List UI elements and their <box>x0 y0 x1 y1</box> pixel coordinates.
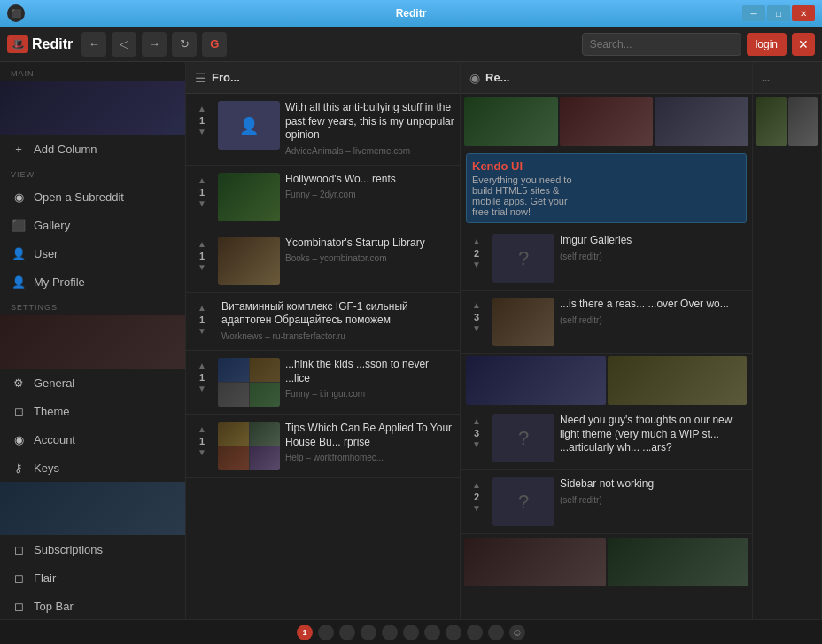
tab-10[interactable] <box>488 625 504 640</box>
post-title[interactable]: Imgur Galleries <box>560 234 747 248</box>
sidebar-item-account[interactable]: ◉ Account <box>0 425 185 454</box>
downvote-button[interactable]: ▼ <box>198 126 206 138</box>
back-button[interactable]: ← <box>81 32 106 57</box>
sidebar-item-subscriptions[interactable]: ◻ Subscriptions <box>0 535 185 563</box>
sidebar-label-user: User <box>34 247 58 260</box>
minimize-button[interactable]: ─ <box>742 5 765 21</box>
sidebar-item-top-bar[interactable]: ◻ Top Bar <box>0 592 185 619</box>
gallery-icon: ⬛ <box>11 217 27 233</box>
post-content: ...hink the kids ...sson to never ...lic… <box>285 358 454 400</box>
column-1-icon: ☰ <box>195 71 206 85</box>
downvote-button[interactable]: ▼ <box>198 383 206 395</box>
flair-icon: ◻ <box>11 570 27 586</box>
column-3: ... <box>753 62 822 619</box>
tab-3[interactable] <box>339 625 355 640</box>
downvote-button[interactable]: ▼ <box>198 446 206 459</box>
sidebar-item-theme[interactable]: ◻ Theme <box>0 397 185 425</box>
theme-icon: ◻ <box>11 403 27 419</box>
post-votes: ▲ 1 ▼ <box>191 300 213 338</box>
sidebar-label-keys: Keys <box>34 462 59 475</box>
maximize-button[interactable]: □ <box>767 5 790 21</box>
post-title[interactable]: ...is there a reas... ...over Over wo... <box>560 298 747 312</box>
upvote-button[interactable]: ▲ <box>198 302 206 314</box>
search-input[interactable] <box>582 33 741 56</box>
post-title[interactable]: ...hink the kids ...sson to never ...lic… <box>285 358 454 385</box>
post-thumbnail: ? <box>492 414 554 462</box>
post-title[interactable]: Витаминный комплекс IGF-1 сильный адапто… <box>221 300 454 328</box>
post-votes: ▲ 2 ▼ <box>466 234 487 271</box>
downvote-button[interactable]: ▼ <box>198 325 206 338</box>
tab-8[interactable] <box>446 625 461 640</box>
column-1-posts: ▲ 1 ▼ 👤 With all this anti-bullying stuf… <box>186 94 460 619</box>
sidebar-item-gallery[interactable]: ⬛ Gallery <box>0 211 185 239</box>
vote-count: 3 <box>474 428 479 438</box>
tab-2[interactable] <box>318 625 334 640</box>
post-meta: Worknews – ru-transferfactor.ru <box>221 331 454 341</box>
post-content: Imgur Galleries (self.reditr) <box>560 234 747 263</box>
sidebar-label-general: General <box>34 376 74 390</box>
sidebar-item-open-subreddit[interactable]: ◉ Open a Subreddit <box>0 182 185 211</box>
section-label-view: VIEW <box>0 163 185 182</box>
downvote-button[interactable]: ▼ <box>472 502 481 515</box>
downvote-button[interactable]: ▼ <box>472 322 481 335</box>
upvote-button[interactable]: ▲ <box>198 103 206 115</box>
post-title[interactable]: Need you guy's thoughts on our new light… <box>560 414 747 455</box>
post-title[interactable]: Ycombinator's Startup Library <box>285 237 454 251</box>
close-button[interactable]: ✕ <box>792 5 815 21</box>
post-thumbnail <box>218 358 280 407</box>
sidebar-item-general[interactable]: ⚙ General <box>0 369 185 397</box>
forward-button[interactable]: → <box>142 32 167 57</box>
sidebar-item-add-column[interactable]: + Add Column <box>0 135 185 163</box>
column-1-header: ☰ Fro... <box>186 62 460 94</box>
post-votes: ▲ 1 ▼ <box>191 422 213 459</box>
upvote-button[interactable]: ▲ <box>198 175 206 187</box>
upvote-button[interactable]: ▲ <box>198 238 206 251</box>
column-2-icon: ◉ <box>469 71 480 85</box>
downvote-button[interactable]: ▼ <box>198 198 206 210</box>
post-votes: ▲ 1 ▼ <box>191 173 213 210</box>
toolbar-close-button[interactable]: ✕ <box>792 33 815 56</box>
sidebar-item-user[interactable]: 👤 User <box>0 239 185 268</box>
logo-icon: 🎩 <box>7 35 28 53</box>
upvote-button[interactable]: ▲ <box>472 479 481 492</box>
upvote-button[interactable]: ▲ <box>472 299 481 312</box>
sidebar-item-my-profile[interactable]: 👤 My Profile <box>0 268 185 296</box>
refresh-button[interactable]: ↻ <box>172 32 197 57</box>
tab-1[interactable]: 1 <box>297 625 313 640</box>
post-meta: (self.reditr) <box>560 315 747 325</box>
post-item: ▲ 3 ▼ ...is there a reas... ...over Over… <box>461 291 752 354</box>
sidebar-label-account: Account <box>34 433 75 446</box>
upvote-button[interactable]: ▲ <box>472 415 481 428</box>
post-title[interactable]: Tips Which Can Be Applied To Your House … <box>285 422 454 449</box>
tab-4[interactable] <box>361 625 376 640</box>
upvote-button[interactable]: ▲ <box>198 423 206 436</box>
post-title[interactable]: With all this anti-bullying stuff in the… <box>285 101 454 143</box>
post-title[interactable]: Hollywood's Wo... rents <box>285 173 454 187</box>
sidebar-label-flair: Flair <box>34 571 56 585</box>
post-thumbnail <box>218 173 280 221</box>
google-button[interactable]: G <box>202 32 227 57</box>
downvote-button[interactable]: ▼ <box>198 261 206 274</box>
tab-7[interactable] <box>424 625 440 640</box>
sidebar-item-keys[interactable]: ⚷ Keys <box>0 454 185 482</box>
sidebar-lower-image <box>0 482 185 535</box>
sidebar-toggle-button[interactable]: ◁ <box>112 32 136 57</box>
downvote-button[interactable]: ▼ <box>472 259 481 271</box>
tab-6[interactable] <box>403 625 419 640</box>
post-thumbnail: ? <box>492 234 554 283</box>
upvote-button[interactable]: ▲ <box>472 236 481 248</box>
column-2-title: Re... <box>485 71 509 84</box>
tab-smile[interactable]: ☺ <box>509 625 525 640</box>
sidebar-label-open-subreddit: Open a Subreddit <box>34 190 124 204</box>
side-image-grid <box>753 94 821 150</box>
downvote-button[interactable]: ▼ <box>472 438 481 451</box>
upvote-button[interactable]: ▲ <box>198 360 206 372</box>
vote-count: 1 <box>199 187 205 198</box>
login-button[interactable]: login <box>747 33 787 56</box>
tab-9[interactable] <box>467 625 483 640</box>
post-title[interactable]: Sidebar not working <box>560 477 747 492</box>
post-meta: Help – workfromhomec... <box>285 453 454 462</box>
vote-count: 1 <box>199 251 205 261</box>
tab-5[interactable] <box>382 625 398 640</box>
sidebar-item-flair[interactable]: ◻ Flair <box>0 563 185 592</box>
